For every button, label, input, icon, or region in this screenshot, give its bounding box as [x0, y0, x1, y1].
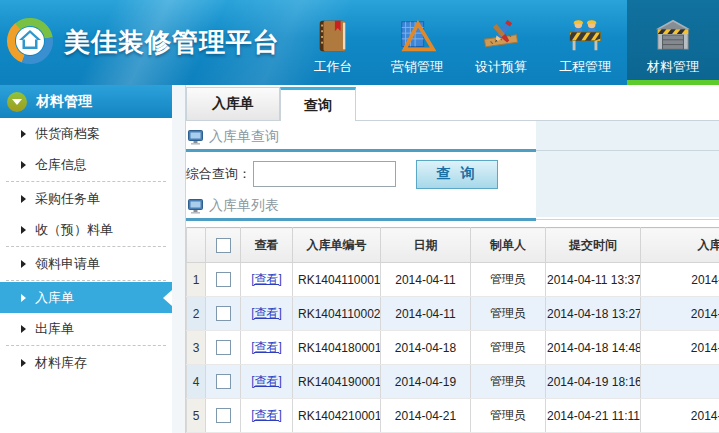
- triangle-right-icon: [21, 195, 26, 203]
- sidebar-item-suppliers[interactable]: 供货商档案: [0, 118, 172, 149]
- section-title: 入库单查询: [209, 128, 279, 146]
- sidebar-divider: [6, 246, 166, 247]
- column-header-submit-time: 提交时间: [546, 228, 641, 263]
- triangle-right-icon: [21, 294, 26, 302]
- sidebar-header: 材料管理: [0, 85, 172, 118]
- sidebar-divider: [6, 181, 166, 182]
- row-checkbox[interactable]: [216, 306, 231, 321]
- table-row: 3 [查看] RK1404180001 2014-04-18 管理员 2014-…: [187, 331, 719, 365]
- entry-time: 2014-04-21: [641, 399, 719, 433]
- submit-time: 2014-04-21 11:11: [546, 399, 641, 433]
- entry-time: 2014-04-18: [641, 297, 719, 331]
- nav-item-label: 设计预算: [475, 58, 527, 76]
- sidebar-divider: [6, 280, 166, 281]
- view-link[interactable]: [查看]: [251, 306, 282, 320]
- logo: 美佳装修管理平台: [0, 0, 280, 85]
- app-window: 美佳装修管理平台 工作台: [0, 0, 719, 433]
- triangle-right-icon: [21, 359, 26, 367]
- query-form: 综合查询： 查 询: [186, 159, 719, 189]
- submit-time: 2014-04-11 13:37: [546, 263, 641, 297]
- query-section-header: 入库单查询: [186, 126, 719, 151]
- construction-icon: [565, 13, 605, 55]
- sidebar-item-warehouse-info[interactable]: 仓库信息: [0, 149, 172, 180]
- section-title: 入库单列表: [209, 197, 279, 215]
- row-number: 3: [187, 331, 206, 365]
- order-code: RK1404180001: [293, 331, 381, 365]
- blueprint-icon: [398, 13, 436, 55]
- table-row: 4 [查看] RK1404190001 2014-04-19 管理员 2014-…: [187, 365, 719, 399]
- row-checkbox[interactable]: [216, 408, 231, 423]
- list-section-header: 入库单列表: [186, 195, 719, 220]
- row-checkbox[interactable]: [216, 374, 231, 389]
- nav-item-label: 材料管理: [647, 58, 699, 76]
- column-header-entry-time: 入库时间: [641, 228, 719, 263]
- table-header-row: 查看 入库单编号 日期 制单人 提交时间 入库时间: [187, 228, 719, 263]
- sidebar: 材料管理 供货商档案 仓库信息 采购任务单 收（预）料单 领料: [0, 85, 172, 433]
- order-code: RK1404110002: [293, 297, 381, 331]
- sidebar-item-material-stock[interactable]: 材料库存: [0, 347, 172, 378]
- row-number: 4: [187, 365, 206, 399]
- nav-item-design-budget[interactable]: 设计预算: [459, 0, 543, 85]
- tab-query[interactable]: 查询: [280, 87, 356, 121]
- table-row: 5 [查看] RK1404210001 2014-04-21 管理员 2014-…: [187, 399, 719, 433]
- table-row: 1 [查看] RK1404110001 2014-04-11 管理员 2014-…: [187, 263, 719, 297]
- sidebar-item-outbound-orders[interactable]: 出库单: [0, 313, 172, 344]
- view-link[interactable]: [查看]: [251, 374, 282, 388]
- order-creator: 管理员: [471, 365, 546, 399]
- entry-time: 2014-04-18: [641, 331, 719, 365]
- design-tools-icon: [482, 13, 520, 55]
- order-creator: 管理员: [471, 263, 546, 297]
- submit-time: 2014-04-19 18:16: [546, 365, 641, 399]
- submit-time: 2014-04-18 14:48: [546, 331, 641, 365]
- select-all-header: [206, 228, 241, 263]
- entry-time: [641, 365, 719, 399]
- nav-item-workbench[interactable]: 工作台: [291, 0, 375, 85]
- chevron-down-icon: [7, 92, 27, 112]
- select-all-checkbox[interactable]: [216, 238, 231, 253]
- nav-item-materials[interactable]: 材料管理: [627, 0, 719, 85]
- triangle-right-icon: [21, 226, 26, 234]
- top-header: 美佳装修管理平台 工作台: [0, 0, 719, 85]
- sidebar-divider: [6, 345, 166, 346]
- sidebar-item-inbound-orders[interactable]: 入库单: [0, 282, 172, 313]
- view-link[interactable]: [查看]: [251, 272, 282, 286]
- triangle-right-icon: [21, 130, 26, 138]
- warehouse-icon: [653, 13, 693, 55]
- column-header-date: 日期: [381, 228, 471, 263]
- sidebar-item-receive-orders[interactable]: 收（预）料单: [0, 214, 172, 245]
- column-header-code: 入库单编号: [293, 228, 381, 263]
- row-number-header: [187, 228, 206, 263]
- triangle-right-icon: [21, 325, 26, 333]
- submit-time: 2014-04-18 13:27: [546, 297, 641, 331]
- row-checkbox[interactable]: [216, 340, 231, 355]
- sidebar-item-material-requests[interactable]: 领料申请单: [0, 248, 172, 279]
- sidebar-content-gap: [172, 85, 186, 433]
- order-date: 2014-04-11: [381, 297, 471, 331]
- entry-time: 2014-04-11: [641, 263, 719, 297]
- nav-item-engineering[interactable]: 工程管理: [543, 0, 627, 85]
- view-link[interactable]: [查看]: [251, 340, 282, 354]
- column-header-creator: 制单人: [471, 228, 546, 263]
- triangle-right-icon: [21, 260, 26, 268]
- nav-item-label: 工作台: [314, 58, 353, 76]
- selected-arrow-icon: [163, 290, 172, 306]
- order-code: RK1404190001: [293, 365, 381, 399]
- table-row: 2 [查看] RK1404110002 2014-04-11 管理员 2014-…: [187, 297, 719, 331]
- monitor-icon: [188, 130, 203, 145]
- app-title: 美佳装修管理平台: [64, 25, 280, 60]
- nav-item-label: 工程管理: [559, 58, 611, 76]
- nav-item-label: 营销管理: [391, 58, 443, 76]
- order-creator: 管理员: [471, 399, 546, 433]
- order-code: RK1404210001: [293, 399, 381, 433]
- row-checkbox[interactable]: [216, 272, 231, 287]
- sidebar-item-purchase-tasks[interactable]: 采购任务单: [0, 183, 172, 214]
- order-creator: 管理员: [471, 331, 546, 365]
- view-link[interactable]: [查看]: [251, 408, 282, 422]
- order-date: 2014-04-18: [381, 331, 471, 365]
- search-input[interactable]: [253, 161, 396, 187]
- nav-item-marketing[interactable]: 营销管理: [375, 0, 459, 85]
- order-date: 2014-04-19: [381, 365, 471, 399]
- query-button[interactable]: 查 询: [416, 160, 498, 189]
- tab-inbound-orders[interactable]: 入库单: [186, 87, 280, 120]
- inbound-orders-table: 查看 入库单编号 日期 制单人 提交时间 入库时间 1 [查看] RK14041…: [186, 227, 719, 433]
